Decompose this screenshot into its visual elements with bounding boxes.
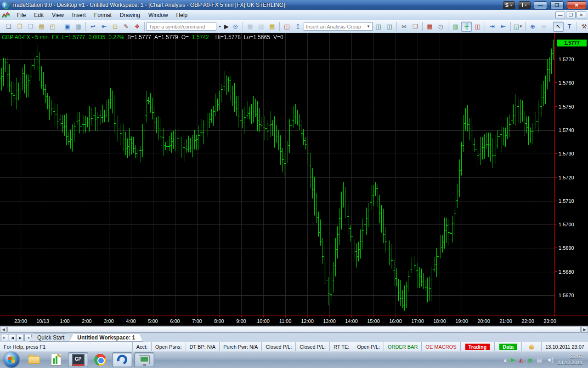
tray-display-icon[interactable]: ▤: [537, 356, 542, 363]
close-button[interactable]: ✕: [567, 1, 586, 9]
taskbar-notes-app-button[interactable]: ✎: [46, 352, 66, 367]
basket-button[interactable]: ❒: [410, 22, 420, 32]
taskbar-explorer-button[interactable]: [24, 352, 44, 367]
import-folder-button[interactable]: ◰: [47, 22, 58, 32]
price-axis-label: 1.5770: [559, 57, 586, 62]
undo-all-button[interactable]: ⇤: [99, 22, 109, 32]
lock-button[interactable]: ⊡: [110, 22, 120, 32]
save-page-button[interactable]: ▤: [36, 22, 47, 32]
status-data-segment[interactable]: Data: [494, 342, 521, 351]
chart-type-button[interactable]: ▥: [450, 22, 461, 32]
time-axis-label: 6:00: [164, 318, 186, 324]
scroll-right-button[interactable]: ▶: [581, 326, 588, 333]
price-alert-button[interactable]: ↥: [293, 22, 303, 32]
time-axis-tick: [175, 316, 175, 317]
send-chart-button[interactable]: ✉: [399, 22, 409, 32]
time-axis-tick: [440, 316, 440, 317]
symbol-input-dropdown[interactable]: ▾: [217, 22, 223, 32]
first-workspace-button[interactable]: ⇤: [1, 334, 8, 341]
text-tool-button[interactable]: T: [564, 22, 575, 32]
start-button[interactable]: [4, 352, 19, 368]
open: O=1.5742: [181, 34, 212, 40]
bar-style-button[interactable]: ╫: [461, 22, 472, 32]
analysis-windows-button[interactable]: ◫: [384, 22, 395, 32]
status-trading-segment[interactable]: Trading: [460, 342, 495, 351]
session-hours-button[interactable]: ◷: [435, 22, 446, 32]
taskbar-tradestation-button[interactable]: [112, 352, 132, 367]
previous-workspace-button[interactable]: ◀: [9, 334, 16, 341]
tray-volume-icon[interactable]: ◄): [546, 356, 554, 363]
time-axis-tick: [418, 316, 418, 317]
menu-file[interactable]: File: [13, 11, 30, 19]
restore-button[interactable]: ❐: [550, 1, 564, 9]
time-axis-label: 1:00: [54, 318, 76, 324]
zoom-in-button[interactable]: ⊕: [527, 22, 538, 32]
taskbar-clock[interactable]: 23:07 13.10.2011: [558, 354, 584, 366]
save-desktop-button[interactable]: ▣: [62, 22, 73, 32]
drawing-tools-button[interactable]: ⚒: [579, 22, 588, 32]
decrease-bar-spacing-button[interactable]: ⇥: [487, 22, 498, 32]
price-chart[interactable]: [0, 33, 554, 316]
menu-help[interactable]: Help: [172, 11, 192, 19]
timeframe-calendar-button[interactable]: ▦: [424, 22, 435, 32]
next-workspace-button[interactable]: ▶: [17, 334, 24, 341]
analysis-group-combo[interactable]: Insert an Analysis Group▼: [304, 22, 373, 31]
menu-view[interactable]: View: [48, 11, 68, 19]
taskbar-chrome-button[interactable]: [90, 352, 110, 367]
menu-drawing[interactable]: Drawing: [116, 11, 144, 19]
undo-button[interactable]: ↩: [88, 22, 98, 32]
tab-quick-start[interactable]: Quick Start: [29, 333, 72, 342]
indicator-menu-button[interactable]: I▼: [519, 1, 531, 9]
tray-market-flag-icon[interactable]: ▶: [511, 356, 515, 363]
time-axis-label: 5:00: [142, 318, 164, 324]
new-workspace-button[interactable]: ❏: [3, 22, 14, 32]
tray-network-status-icon[interactable]: ▣: [527, 356, 532, 363]
open-windows-button[interactable]: ❒: [25, 22, 36, 32]
scrollbar-thumb[interactable]: [7, 326, 581, 333]
status-segment: Open Psns:: [151, 342, 185, 351]
increase-bar-spacing-button[interactable]: ⇤: [498, 22, 509, 32]
time-axis[interactable]: 23:0010/131:002:003:004:005:006:007:008:…: [0, 316, 588, 326]
time-axis-tick: [462, 316, 462, 317]
candlestick-button[interactable]: ◫: [472, 22, 483, 32]
order-list-button[interactable]: ▤: [267, 22, 277, 32]
bid: B=1.5777: [127, 34, 151, 40]
time-axis-label: 10/13: [32, 318, 54, 324]
bell-icon[interactable]: [529, 345, 534, 349]
menu-window[interactable]: Window: [144, 11, 172, 19]
style-menu-button[interactable]: S▼: [503, 1, 515, 9]
taskbar-network-app-button[interactable]: [134, 352, 154, 367]
scale-range-button[interactable]: ◱ ▼: [513, 22, 523, 32]
new-chart-window-button[interactable]: ◫: [282, 22, 292, 32]
time-axis-label: 9:00: [230, 318, 252, 324]
run-command-button[interactable]: ▶: [223, 22, 230, 32]
child-restore-button[interactable]: ❐: [566, 12, 576, 18]
taskbar-gp-app-button[interactable]: GP: [68, 352, 88, 367]
scroll-left-button[interactable]: ◀: [0, 326, 7, 333]
status-segment: 13.10.2011 23:07: [541, 342, 588, 351]
time-axis-tick: [307, 316, 308, 317]
pointer-tool-button[interactable]: ↖: [553, 22, 564, 32]
time-axis-label: 19:00: [451, 318, 473, 324]
symbol-lookup-button[interactable]: ⊙: [230, 22, 241, 32]
child-minimize-button[interactable]: —: [555, 12, 565, 18]
tray-show-hidden-icons[interactable]: ▴: [504, 356, 507, 363]
symbol-command-input[interactable]: [147, 22, 216, 31]
time-axis-tick: [219, 316, 220, 317]
minimize-button[interactable]: —: [534, 1, 547, 9]
time-axis-tick: [396, 316, 396, 317]
price-axis[interactable]: 1.57701.57601.57501.57401.57301.57201.57…: [554, 33, 588, 316]
tab-untitled-workspace-1[interactable]: Untitled Workspace: 1: [69, 333, 143, 342]
edit-analysis-button[interactable]: ◫: [373, 22, 384, 32]
format-objects-button[interactable]: ❖: [132, 22, 142, 32]
child-close-button[interactable]: ✕: [577, 12, 586, 18]
tray-trade-indicator-icon[interactable]: ◭: [519, 356, 523, 363]
print-button[interactable]: ▥: [73, 22, 84, 32]
menu-insert[interactable]: Insert: [68, 11, 90, 19]
menu-format[interactable]: Format: [90, 11, 116, 19]
menu-edit[interactable]: Edit: [30, 11, 48, 19]
chart-horizontal-scrollbar[interactable]: ◀ ▶: [0, 326, 588, 333]
format-drawing-button[interactable]: ✎: [121, 22, 131, 32]
open-workspace-button[interactable]: ❐: [14, 22, 25, 32]
order-bar-button: ▦: [245, 22, 255, 32]
